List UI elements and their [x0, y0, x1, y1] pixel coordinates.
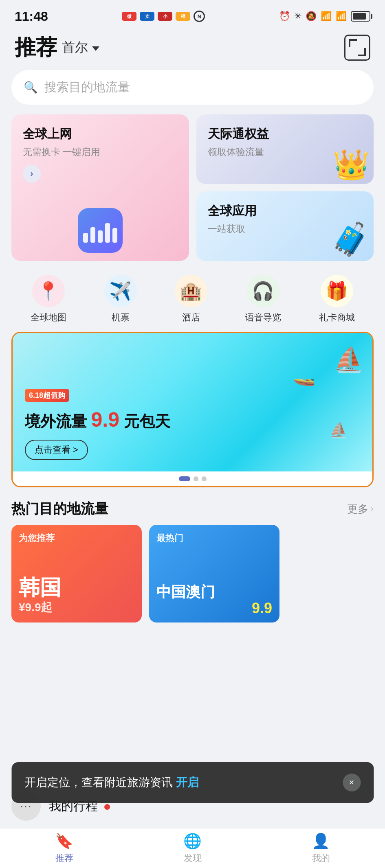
toast-link-button[interactable]: 开启 — [176, 776, 199, 789]
korea-card-label: 为您推荐 — [19, 532, 55, 544]
nav-label-mine: 我的 — [312, 852, 330, 864]
bar-5 — [112, 228, 117, 243]
signal-icon: 📶 — [336, 11, 347, 22]
boat-icon-1: ⛵ — [334, 345, 364, 374]
quick-item-giftcard[interactable]: 🎁 礼卡商城 — [319, 275, 355, 324]
feature-cards-grid: 全球上网 无需换卡 一键启用 › 天际通权益 领取体验流量 👑 全球应用 一站获… — [0, 114, 385, 271]
boat-icon-3: ⛵ — [330, 422, 348, 439]
banner-price: 9.9 — [91, 408, 120, 431]
bottom-spacer — [0, 631, 385, 761]
banner-dots — [13, 471, 372, 486]
tianjitong-card[interactable]: 天际通权益 领取体验流量 👑 — [196, 114, 374, 184]
quick-label-hotel: 酒店 — [182, 311, 200, 324]
status-time: 11:48 — [15, 9, 48, 24]
banner-cta-button[interactable]: 点击查看 > — [25, 440, 88, 460]
macau-price: 9.9 — [252, 600, 272, 617]
trip-notification-dot — [104, 804, 110, 810]
recommend-icon: 🔖 — [55, 833, 73, 850]
nav-item-mine[interactable]: 👤 我的 — [312, 833, 330, 864]
hot-section-title: 热门目的地流量 — [11, 500, 108, 518]
nav-item-recommend[interactable]: 🔖 推荐 — [55, 833, 73, 864]
status-right-icons: ⏰ ✳ 🔕 📶 📶 — [279, 11, 370, 22]
nav-label-discover: 发现 — [184, 852, 202, 864]
header-left: 推荐 首尔 — [15, 33, 99, 62]
banner-image: ⛵ 🚤 ⛵ 6.18超值购 境外流量 9.9 元包天 点击查看 > — [13, 333, 372, 471]
quick-label-flight: 机票 — [112, 311, 130, 324]
bottom-navigation: 🔖 推荐 🌐 发现 👤 我的 — [0, 828, 385, 868]
chart-bars — [83, 218, 117, 243]
macau-card[interactable]: 最热门 中国澳门 9.9 — [149, 525, 279, 623]
toast-message: 开启定位，查看附近旅游资讯 开启 — [24, 775, 199, 790]
quick-item-audio[interactable]: 🎧 语音导览 — [245, 275, 281, 324]
alipay-icon: 支 — [140, 12, 154, 21]
korea-card-price: ¥9.9起 — [19, 600, 53, 615]
alarm-icon: ⏰ — [279, 11, 290, 22]
quick-item-hotel[interactable]: 🏨 酒店 — [175, 275, 207, 324]
search-icon: 🔍 — [24, 81, 38, 94]
banner-dot-1 — [179, 476, 190, 481]
banner-tag: 6.18超值购 — [25, 389, 69, 402]
quick-item-flight[interactable]: ✈️ 机票 — [104, 275, 137, 324]
macau-card-subname: 中国澳门 — [156, 582, 215, 602]
flight-icon: ✈️ — [109, 281, 132, 302]
hotel-icon-circle: 🏨 — [175, 275, 207, 307]
card-sub-global: 无需换卡 一键启用 — [23, 146, 178, 158]
toast-close-button[interactable]: × — [343, 774, 361, 791]
banner-section: ⛵ 🚤 ⛵ 6.18超值购 境外流量 9.9 元包天 点击查看 > — [11, 332, 374, 487]
card-title-tianjitong: 天际通权益 — [208, 126, 363, 142]
audio-icon-circle: 🎧 — [247, 275, 279, 307]
banner-content: 6.18超值购 境外流量 9.9 元包天 点击查看 > — [13, 377, 183, 471]
quick-label-map: 全球地图 — [31, 311, 66, 324]
bar-1 — [83, 233, 88, 243]
nav-item-discover[interactable]: 🌐 发现 — [183, 833, 202, 864]
global-app-card[interactable]: 全球应用 一站获取 🧳 — [196, 191, 374, 261]
bar-3 — [98, 230, 103, 243]
battery-icon — [351, 11, 370, 22]
boat-icon-2: 🚤 — [293, 366, 315, 387]
nav-label-recommend: 推荐 — [55, 852, 73, 864]
giftcard-icon: 🎁 — [326, 281, 348, 302]
arrow-right-icon: › — [30, 169, 33, 179]
page-title: 推荐 — [15, 33, 57, 62]
search-placeholder: 搜索目的地流量 — [44, 79, 130, 96]
crown-icon: 👑 — [333, 147, 370, 182]
nfc-icon: N — [194, 11, 205, 22]
card-title-globalapp: 全球应用 — [208, 203, 363, 219]
scan-button[interactable] — [344, 35, 370, 61]
macau-card-label: 最热门 — [156, 532, 183, 544]
quick-label-audio: 语音导览 — [245, 311, 281, 324]
bluetooth-icon: ✳ — [294, 11, 301, 22]
silent-icon: 🔕 — [306, 11, 317, 22]
quick-item-map[interactable]: 📍 全球地图 — [31, 275, 66, 324]
xiaohongshu-icon: 小 — [158, 12, 172, 21]
card-btn-global[interactable]: › — [23, 165, 41, 183]
search-section: 🔍 搜索目的地流量 — [0, 70, 385, 114]
luggage-icon: 🧳 — [331, 221, 370, 258]
bar-2 — [90, 227, 95, 243]
flight-icon-circle: ✈️ — [104, 275, 137, 307]
korea-card[interactable]: 为您推荐 韩国 ¥9.9起 — [11, 525, 142, 623]
banner-dot-3 — [202, 476, 207, 481]
quick-icons-row: 📍 全球地图 ✈️ 机票 🏨 酒店 🎧 语音导览 🎁 礼卡商城 — [0, 271, 385, 324]
discover-icon: 🌐 — [183, 833, 202, 850]
search-bar[interactable]: 🔍 搜索目的地流量 — [11, 70, 374, 105]
chart-icon — [78, 208, 123, 253]
map-icon: 📍 — [37, 281, 59, 302]
map-icon-circle: 📍 — [32, 275, 65, 307]
status-bar: 11:48 微 支 小 橙 N ⏰ ✳ 🔕 📶 📶 — [0, 0, 385, 29]
banner-dot-2 — [194, 476, 198, 481]
hotel-icon: 🏨 — [180, 281, 202, 302]
page-header: 推荐 首尔 — [0, 29, 385, 70]
global-internet-card[interactable]: 全球上网 无需换卡 一键启用 › — [11, 114, 189, 261]
banner-main-text: 境外流量 9.9 元包天 — [25, 407, 170, 433]
quick-label-giftcard: 礼卡商城 — [319, 311, 355, 324]
status-app-icons: 微 支 小 橙 N — [122, 11, 205, 22]
chevron-right-icon: › — [371, 504, 374, 514]
hot-section-header: 热门目的地流量 更多 › — [0, 487, 385, 525]
korea-card-name: 韩国 — [19, 574, 61, 602]
mine-icon: 👤 — [312, 833, 330, 850]
audio-guide-icon: 🎧 — [252, 281, 274, 302]
more-button[interactable]: 更多 › — [347, 502, 374, 516]
location-selector[interactable]: 首尔 — [62, 39, 99, 57]
destination-cards: 为您推荐 韩国 ¥9.9起 最热门 中国澳门 9.9 — [0, 525, 385, 631]
